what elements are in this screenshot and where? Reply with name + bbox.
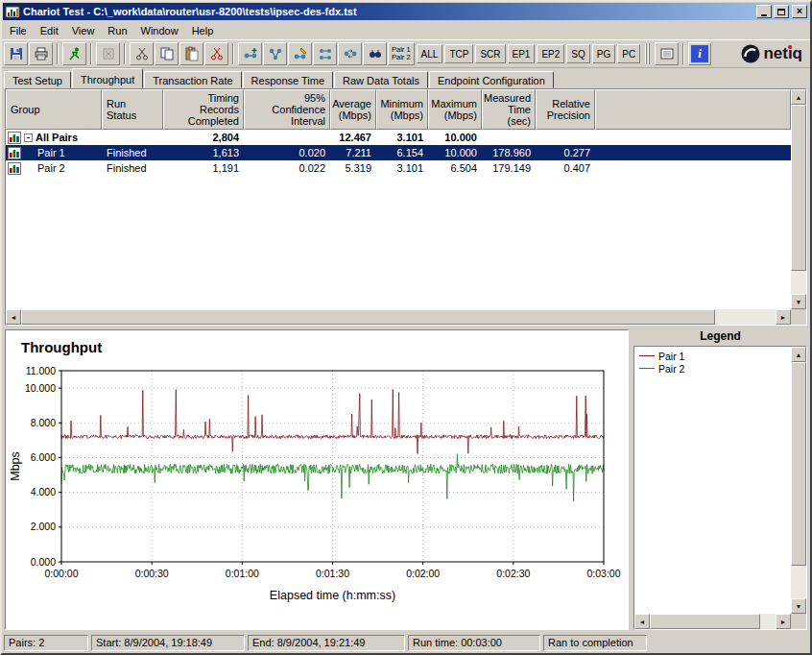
tab-throughput[interactable]: Throughput [72,68,143,88]
scroll-track[interactable] [21,309,776,325]
scroll-right-button[interactable]: ► [776,309,791,325]
view-button-scr[interactable]: SCR [475,44,505,63]
view-button-all[interactable]: ALL [417,44,443,63]
stop-test-button[interactable] [96,42,120,65]
legend-item-pair-2[interactable]: Pair 2 [639,362,786,375]
scroll-left-button[interactable]: ◄ [6,309,21,325]
scroll-down-button[interactable]: ▼ [791,294,806,309]
view-button-tcp[interactable]: TCP [444,44,473,63]
svg-text:6.000: 6.000 [31,451,56,463]
group-cell: Pair 1 [6,147,102,159]
minimize-icon [761,14,767,16]
scroll-track[interactable] [650,614,776,629]
column-header-average[interactable]: Average (Mbps) [330,89,376,130]
table-row-pair-2[interactable]: Pair 2Finished1,1910.0225.3193.1016.5041… [6,160,791,176]
menu-help[interactable]: Help [185,23,221,38]
table-row-all-pairs[interactable]: All Pairs2,80412.4673.10110.000 [6,130,791,145]
table-vertical-scrollbar[interactable]: ▲ ▼ [791,89,806,309]
maximize-button[interactable] [774,5,789,18]
menu-window[interactable]: Window [134,23,185,38]
legend-vertical-scrollbar[interactable]: ▲ ▼ [791,347,806,614]
tab-response-time[interactable]: Response Time [243,71,333,88]
menu-edit[interactable]: Edit [34,23,65,38]
time-cell: 179.149 [482,162,536,174]
view-button-sq[interactable]: SQ [566,44,589,63]
print-button[interactable] [29,42,53,65]
swap-endpoints-button[interactable] [338,42,362,65]
column-header-run-status[interactable]: Run Status [102,89,163,130]
minimize-button[interactable] [756,5,772,18]
scroll-thumb[interactable] [791,105,806,271]
paste-button[interactable] [179,42,203,65]
scroll-left-button[interactable]: ◄ [634,614,650,629]
console-button[interactable] [655,42,679,65]
pair-filter-button[interactable]: Pair 1 Pair 2 [388,42,415,65]
group-label: Pair 1 [37,147,65,158]
scroll-thumb[interactable] [21,309,715,325]
scroll-down-button[interactable]: ▼ [791,598,806,614]
column-header-timing-records[interactable]: Timing Records Completed [163,89,244,130]
scrollbar-corner [791,614,806,629]
view-button-ep1[interactable]: EP1 [508,44,536,63]
run-test-icon [67,46,83,61]
table-body: All Pairs2,80412.4673.10110.000Pair 1Fin… [6,130,791,309]
toolbar-separator [682,43,684,64]
min-cell: 3.101 [376,132,428,143]
table-row-pair-1[interactable]: Pair 1Finished1,6130.0207.2116.15410.000… [6,145,791,160]
column-header-maximum[interactable]: Maximum (Mbps) [428,89,482,130]
legend-color-line [639,368,655,369]
copy-button[interactable] [155,42,179,65]
column-header-minimum[interactable]: Minimum (Mbps) [376,89,428,130]
tab-strip: Test SetupThroughputTransaction RateResp… [2,68,810,88]
group-label: All Pairs [36,132,78,143]
cut-button[interactable] [130,42,154,65]
column-header-95-confidence[interactable]: 95% Confidence Interval [244,89,330,130]
run-status-cell: Finished [102,162,163,174]
menu-file[interactable]: File [3,23,34,38]
menu-run[interactable]: Run [101,23,133,38]
legend-item-pair-1[interactable]: Pair 1 [639,350,786,362]
delete-pair-button[interactable] [204,42,228,65]
tab-raw-data-totals[interactable]: Raw Data Totals [334,71,428,88]
replicate-pair-button[interactable] [313,42,337,65]
view-pairs-button[interactable] [363,42,387,65]
scroll-right-button[interactable]: ► [776,614,791,629]
collapse-toggle-icon[interactable] [24,133,33,142]
edit-pair-button[interactable] [288,42,312,65]
column-header-relative[interactable]: Relative Precision [536,89,595,130]
scroll-thumb[interactable] [650,614,760,629]
tab-endpoint-configuration[interactable]: Endpoint Configuration [429,71,554,88]
status-bar: Pairs: 2Start: 8/9/2004, 19:18:49End: 8/… [2,632,810,653]
table-horizontal-scrollbar[interactable]: ◄ ► [6,309,791,325]
toolbar-grip [645,43,651,64]
scroll-track[interactable] [791,362,806,598]
view-button-pc[interactable]: PC [617,44,640,63]
window-title: Chariot Test - C:\_work\data\router\usr-… [23,6,754,17]
add-group-button[interactable] [263,42,287,65]
scroll-track[interactable] [791,105,806,294]
view-button-pg[interactable]: PG [592,44,615,63]
svg-text:0:00:00: 0:00:00 [44,568,78,579]
confidence-cell: 0.022 [244,162,330,174]
copy-icon [159,46,175,61]
save-button[interactable] [4,42,28,65]
run-test-button[interactable] [62,42,86,65]
menu-view[interactable]: View [65,23,102,38]
bottom-area: Throughput 0.0002.0004.0006.0008.00010.0… [5,329,807,630]
scroll-up-button[interactable]: ▲ [791,89,806,105]
tab-transaction-rate[interactable]: Transaction Rate [144,71,241,88]
results-table-panel: GroupRun StatusTiming Records Completed9… [5,88,807,326]
column-header-group[interactable]: Group [6,89,102,130]
legend-horizontal-scrollbar[interactable]: ◄ ► [634,614,791,629]
tab-test-setup[interactable]: Test Setup [4,71,71,88]
help-about-button[interactable]: i [688,42,711,65]
view-button-ep2[interactable]: EP2 [537,44,564,63]
toolbar-separator [57,43,59,64]
column-header-measured[interactable]: Measured Time (sec) [482,89,536,130]
close-button[interactable]: × [792,5,807,18]
scroll-up-button[interactable]: ▲ [791,347,806,362]
add-pair-button[interactable] [238,42,262,65]
app-icon [5,5,20,18]
scroll-thumb[interactable] [791,362,806,566]
replicate-pair-icon [318,46,333,61]
